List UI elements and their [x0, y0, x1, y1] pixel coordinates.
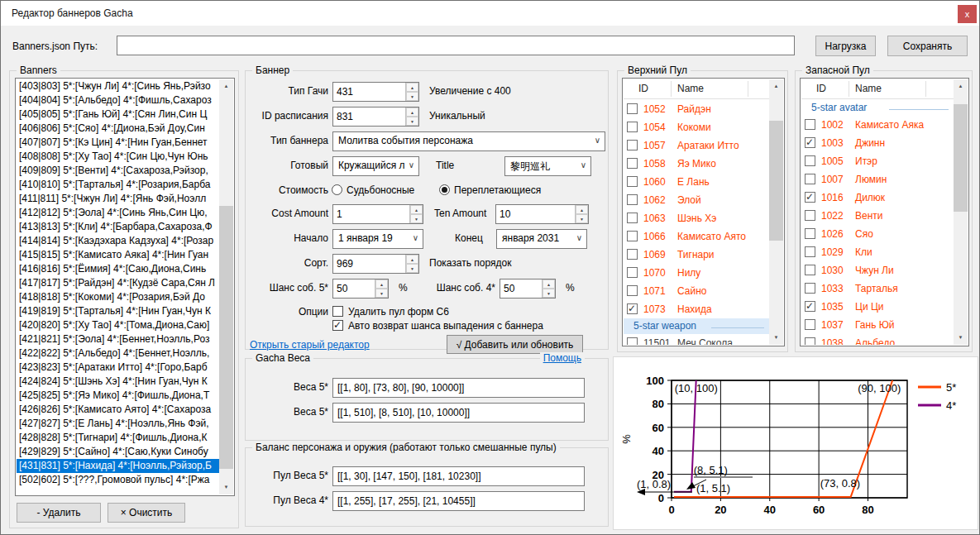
banner-list-item[interactable]: [502|602] 5*:[???,Громовой пульс] 4*:[Рж…	[17, 473, 219, 487]
banner-list-item[interactable]: [410|810] 5*:[Тарталья] 4*:[Розария,Барб…	[17, 178, 219, 192]
pool-row[interactable]: 1003Джинн	[801, 134, 954, 152]
scrollbar-thumb[interactable]	[769, 121, 783, 241]
pool-row[interactable]: 1007Люмин	[801, 170, 954, 189]
banner-list-item[interactable]: [427|827] 5*:[Е Лань] 4*:[Ноэлль,Янь Фэй…	[17, 417, 219, 431]
chance4-input[interactable]	[500, 279, 542, 298]
column-header-name[interactable]: Name	[855, 83, 882, 94]
pool-row-checkbox[interactable]	[805, 246, 815, 257]
pool-row-checkbox[interactable]	[627, 285, 638, 296]
banner-list-item[interactable]: [408|808] 5*:[Ху Тао] 4*:[Син Цю,Чун Юнь	[17, 150, 219, 164]
banner-list-item[interactable]: [414|814] 5*:[Каэдэхара Кадзуха] 4*:[Роз…	[17, 234, 219, 248]
pool-row-checkbox[interactable]	[627, 267, 638, 278]
end-date-select[interactable]: января 2031 ∨	[496, 229, 587, 249]
pool-row-checkbox[interactable]	[805, 119, 815, 130]
pool-row[interactable]: 1038Альбедо	[801, 334, 954, 345]
chance5-input[interactable]	[333, 279, 375, 298]
gacha-type-input[interactable]	[333, 83, 405, 101]
banner-list-item[interactable]: [429|829] 5*:[Сайно] 4*:[Саю,Куки Синобу	[17, 445, 219, 459]
pool-row-checkbox[interactable]	[627, 249, 638, 260]
clear-banners-button[interactable]: × Очистить	[108, 503, 185, 523]
banner-list-item[interactable]: [420|820] 5*:[Ху Тао] 4*:[Тома,Диона,Саю…	[17, 318, 219, 332]
pool-row[interactable]: 1054Кокоми	[624, 118, 769, 136]
pool-row[interactable]: 1069Тигнари	[624, 246, 769, 264]
pool-row-checkbox[interactable]	[805, 192, 815, 203]
open-old-editor-link[interactable]: Открыть старый редактор	[250, 339, 370, 351]
banner-list-item[interactable]: [426|826] 5*:[Камисато Аято] 4*:[Сахароз…	[17, 403, 219, 417]
upper-pool-scrollbar[interactable]: ▲ ▼	[769, 79, 783, 345]
banner-list-item[interactable]: [417|817] 5*:[Райдэн] 4*:[Кудзё Сара,Сян…	[17, 276, 219, 290]
title-select[interactable]: 黎明巡礼 ∨	[504, 156, 591, 176]
pool-row-checkbox[interactable]	[627, 194, 638, 205]
spin-up-icon[interactable]: ▲	[410, 205, 423, 214]
scroll-down-icon[interactable]: ▼	[769, 331, 783, 345]
scroll-down-icon[interactable]: ▼	[954, 331, 968, 345]
banner-list-item[interactable]: [413|813] 5*:[Кли] 4*:[Барбара,Сахароза,…	[17, 220, 219, 234]
cost-fateful-radio[interactable]	[332, 184, 342, 195]
ten-amount-input[interactable]	[496, 205, 575, 223]
pool-row-checkbox[interactable]	[627, 213, 638, 223]
pool-weights5-input[interactable]	[332, 466, 585, 486]
banner-list-item[interactable]: [412|812] 5*:[Эола] 4*:[Синь Янь,Син Цю,	[17, 206, 219, 220]
column-header-id[interactable]: ID	[638, 83, 648, 94]
spin-up-icon[interactable]: ▲	[406, 255, 418, 264]
banner-list-item[interactable]: [415|815] 5*:[Камисато Аяка] 4*:[Нин Гуа…	[17, 248, 219, 262]
spin-up-icon[interactable]: ▲	[543, 279, 555, 289]
pool-row-checkbox[interactable]	[805, 301, 815, 312]
banner-list-item[interactable]: [409|809] 5*:[Венти] 4*:[Сахароза,Рэйзор…	[17, 164, 219, 178]
pool-row[interactable]: 1037Гань Юй	[801, 316, 954, 334]
scrollbar-thumb[interactable]	[954, 104, 968, 212]
banner-list-item[interactable]: [411|811] 5*:[Чжун Ли] 4*:[Янь Фэй,Ноэлл	[17, 192, 219, 206]
reserve-pool-scrollbar[interactable]: ▲ ▼	[954, 79, 968, 345]
banner-list-item[interactable]: [403|803] 5*:[Чжун Ли] 4*:[Синь Янь,Рэйз…	[17, 79, 219, 93]
scroll-down-icon[interactable]: ▼	[219, 480, 233, 494]
column-header-id[interactable]: ID	[816, 83, 826, 94]
pool-row-checkbox[interactable]	[805, 319, 815, 330]
banner-type-select[interactable]: Молитва события персонажа ∨	[332, 131, 605, 151]
pool-row[interactable]: 1016Дилюк	[801, 189, 954, 207]
pool-row-checkbox[interactable]	[805, 283, 815, 294]
spin-up-icon[interactable]: ▲	[576, 205, 588, 214]
pool-row[interactable]: 1029Кли	[801, 243, 954, 261]
scroll-up-icon[interactable]: ▲	[219, 79, 233, 93]
spin-down-icon[interactable]: ▼	[406, 264, 418, 273]
pool-row-checkbox[interactable]	[805, 337, 815, 345]
begin-date-select[interactable]: 1 января 19 ∨	[332, 229, 423, 249]
pool-row[interactable]: 1005Итэр	[801, 152, 954, 170]
spin-down-icon[interactable]: ▼	[543, 289, 555, 298]
pool-row[interactable]: 1057Аратаки Итто	[624, 136, 769, 155]
banner-list-item[interactable]: [405|805] 5*:[Гань Юй] 4*:[Сян Лин,Син Ц	[17, 107, 219, 122]
save-button[interactable]: Сохранять	[887, 36, 968, 56]
spin-up-icon[interactable]: ▲	[406, 107, 418, 117]
banner-list-item[interactable]: [424|824] 5*:[Шэнь Хэ] 4*:[Нин Гуан,Чун …	[17, 375, 219, 389]
pool-row[interactable]: 1071Сайно	[624, 282, 769, 300]
pool-row-checkbox[interactable]	[627, 231, 638, 241]
banner-list-item[interactable]: [425|825] 5*:[Яэ Мико] 4*:[Фишль,Диона,Т	[17, 389, 219, 403]
spin-down-icon[interactable]: ▼	[410, 214, 423, 223]
pool-row[interactable]: 1002Камисато Аяка	[801, 116, 954, 134]
pool-row-checkbox[interactable]	[805, 265, 815, 275]
banner-list-item[interactable]: [421|821] 5*:[Эола] 4*:[Беннет,Ноэлль,Ро…	[17, 332, 219, 346]
pool-row[interactable]: 1070Нилу	[624, 264, 769, 282]
load-button[interactable]: Нагрузка	[815, 36, 876, 56]
weights4-input[interactable]	[332, 403, 585, 423]
weights5-input[interactable]	[332, 378, 585, 398]
sort-input[interactable]	[333, 255, 405, 273]
pool-row-checkbox[interactable]	[627, 122, 638, 132]
banner-list-item[interactable]: [407|807] 5*:[Кэ Цин] 4*:[Нин Гуан,Бенне…	[17, 136, 219, 150]
pool-row[interactable]: 1058Яэ Мико	[624, 155, 769, 173]
pool-weights4-input[interactable]	[332, 491, 585, 511]
scrollbar-thumb[interactable]	[219, 206, 233, 469]
banner-list-item[interactable]: [431|831] 5*:[Нахида] 4*:[Ноэлль,Рэйзор,…	[17, 459, 219, 473]
schedule-id-input[interactable]	[333, 107, 405, 126]
cost-intertwined-radio[interactable]	[439, 184, 450, 195]
option-auto-return-checkbox[interactable]	[332, 320, 343, 331]
scroll-up-icon[interactable]: ▲	[954, 79, 968, 93]
pool-row-checkbox[interactable]	[805, 137, 815, 148]
path-input[interactable]	[117, 36, 795, 55]
cost-amount-input[interactable]	[333, 205, 409, 223]
pool-row[interactable]: 1026Сяо	[801, 225, 954, 243]
delete-banner-button[interactable]: - Удалить	[17, 503, 101, 523]
pool-row[interactable]: 1052Райдэн	[624, 100, 769, 118]
banner-list-item[interactable]: [428|828] 5*:[Тигнари] 4*:[Фишль,Диона,К	[17, 431, 219, 445]
spin-up-icon[interactable]: ▲	[406, 83, 418, 92]
